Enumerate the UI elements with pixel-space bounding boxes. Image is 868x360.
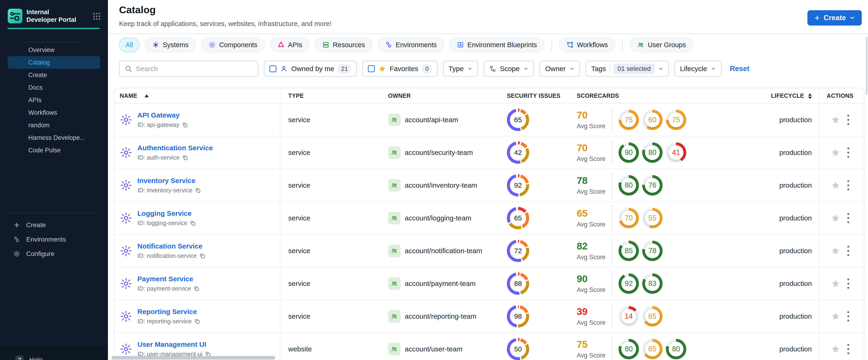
type-dropdown[interactable]: Type xyxy=(443,61,478,77)
favorite-star-button[interactable] xyxy=(831,148,840,157)
scorecard-ring[interactable]: 90 xyxy=(619,142,639,163)
security-issues-donut[interactable]: 50 xyxy=(507,338,529,360)
owned-by-me-filter[interactable]: Owned by me 21 xyxy=(264,61,357,77)
lifecycle-dropdown[interactable]: Lifecycle xyxy=(675,61,721,77)
favorite-star-button[interactable] xyxy=(831,181,840,190)
scorecard-ring[interactable]: 60 xyxy=(642,110,662,130)
tab-environments[interactable]: Environments xyxy=(378,37,444,52)
tab-all[interactable]: All xyxy=(119,37,140,52)
vertical-scrollbar-thumb[interactable] xyxy=(866,37,868,95)
create-button[interactable]: Create xyxy=(807,10,862,26)
scorecard-ring[interactable]: 80 xyxy=(619,339,639,359)
sidebar-item-overview[interactable]: Overview xyxy=(8,44,100,56)
kebab-menu-button[interactable] xyxy=(847,213,849,223)
favorite-star-button[interactable] xyxy=(831,344,840,354)
kebab-menu-button[interactable] xyxy=(847,311,849,322)
tab-workflows[interactable]: Workflows xyxy=(559,37,615,52)
tab-user-groups[interactable]: User Groups xyxy=(630,37,693,52)
sidebar-footer-item-configure[interactable]: Configure xyxy=(0,247,108,261)
tab-components[interactable]: Components xyxy=(201,37,265,52)
security-issues-donut[interactable]: 88 xyxy=(507,272,529,295)
entity-name-link[interactable]: Inventory Service xyxy=(137,177,195,184)
security-issues-donut[interactable]: 65 xyxy=(507,207,529,229)
scorecard-ring[interactable]: 55 xyxy=(642,208,662,228)
tags-dropdown[interactable]: Tags 01 selected xyxy=(586,61,669,77)
scorecard-ring[interactable]: 75 xyxy=(666,110,686,130)
security-issues-donut[interactable]: 92 xyxy=(507,174,529,197)
copy-icon[interactable] xyxy=(194,318,200,325)
owner-name[interactable]: account/security-team xyxy=(405,149,473,156)
sidebar-footer-item-create[interactable]: Create xyxy=(0,218,108,232)
scorecard-ring[interactable]: 14 xyxy=(619,306,639,327)
owner-name[interactable]: account/api-team xyxy=(405,116,458,124)
owned-by-me-checkbox[interactable] xyxy=(270,65,276,72)
security-issues-donut[interactable]: 42 xyxy=(507,142,529,164)
scorecard-ring[interactable]: 80 xyxy=(642,142,662,163)
kebab-menu-button[interactable] xyxy=(847,246,849,256)
favorite-star-button[interactable] xyxy=(831,246,840,256)
app-switcher-icon[interactable] xyxy=(92,11,101,21)
copy-icon[interactable] xyxy=(190,220,196,226)
scorecard-ring[interactable]: 80 xyxy=(619,175,639,196)
column-header-name[interactable]: NAME xyxy=(114,88,280,103)
scorecard-ring[interactable]: 78 xyxy=(642,241,662,261)
sidebar-item-catalog[interactable]: Catalog xyxy=(8,56,100,69)
copy-icon[interactable] xyxy=(182,122,188,128)
tab-environment-blueprints[interactable]: Environment Blueprints xyxy=(449,37,545,52)
sidebar-item-create[interactable]: Create xyxy=(8,69,100,81)
entity-name-link[interactable]: API Gateway xyxy=(137,111,180,119)
security-issues-donut[interactable]: 98 xyxy=(507,305,529,328)
security-issues-donut[interactable]: 65 xyxy=(507,109,529,131)
owner-name[interactable]: account/notification-team xyxy=(405,247,482,255)
owner-name[interactable]: account/reporting-team xyxy=(405,312,476,320)
scorecard-ring[interactable]: 65 xyxy=(642,339,662,359)
sidebar-item-code-pulse[interactable]: Code Pulse xyxy=(8,144,100,156)
favorite-star-button[interactable] xyxy=(831,279,840,288)
favorites-filter[interactable]: Favorites 0 xyxy=(362,61,437,77)
copy-icon[interactable] xyxy=(195,187,201,193)
sidebar-item-apis[interactable]: APIs xyxy=(8,94,100,107)
sidebar-item-harness-develope-[interactable]: Harness Develope... xyxy=(8,131,100,144)
entity-name-link[interactable]: User Management UI xyxy=(137,340,206,348)
copy-icon[interactable] xyxy=(182,154,188,161)
kebab-menu-button[interactable] xyxy=(847,278,849,289)
tab-apis[interactable]: APIs xyxy=(270,37,310,52)
tab-systems[interactable]: Systems xyxy=(145,37,196,52)
scorecard-ring[interactable]: 83 xyxy=(642,273,662,294)
reset-filters-link[interactable]: Reset xyxy=(730,65,749,73)
scorecard-ring[interactable]: 70 xyxy=(619,208,639,228)
scorecard-ring[interactable]: 65 xyxy=(642,306,662,327)
scorecard-ring[interactable]: 80 xyxy=(666,339,686,359)
kebab-menu-button[interactable] xyxy=(847,148,849,158)
entity-name-link[interactable]: Reporting Service xyxy=(137,308,197,316)
kebab-menu-button[interactable] xyxy=(847,344,849,354)
kebab-menu-button[interactable] xyxy=(847,115,849,125)
entity-name-link[interactable]: Payment Service xyxy=(137,275,193,283)
owner-name[interactable]: account/inventory-team xyxy=(405,181,477,189)
entity-name-link[interactable]: Logging Service xyxy=(137,210,191,217)
sidebar-item-random[interactable]: random xyxy=(8,119,100,131)
owner-dropdown[interactable]: Owner xyxy=(539,61,580,77)
owner-name[interactable]: account/logging-team xyxy=(405,214,471,222)
horizontal-scrollbar-thumb[interactable] xyxy=(112,356,275,360)
favorite-star-button[interactable] xyxy=(831,115,840,124)
sidebar-item-docs[interactable]: Docs xyxy=(8,81,100,94)
scorecard-ring[interactable]: 85 xyxy=(619,241,639,261)
scope-dropdown[interactable]: Scope xyxy=(484,61,534,77)
copy-icon[interactable] xyxy=(199,253,206,259)
kebab-menu-button[interactable] xyxy=(847,180,849,190)
copy-icon[interactable] xyxy=(193,286,199,292)
scorecard-ring[interactable]: 76 xyxy=(642,175,662,196)
scorecard-ring[interactable]: 92 xyxy=(619,273,639,294)
owner-name[interactable]: account/payment-team xyxy=(405,280,475,288)
search-input[interactable] xyxy=(136,65,253,73)
tab-resources[interactable]: Resources xyxy=(315,37,372,52)
entity-name-link[interactable]: Notification Service xyxy=(137,242,203,250)
sidebar-footer-item-environments[interactable]: Environments xyxy=(0,232,108,247)
sidebar-item-help[interactable]: ? Help xyxy=(0,344,108,360)
favorite-star-button[interactable] xyxy=(831,312,840,321)
favorite-star-button[interactable] xyxy=(831,213,840,223)
sidebar-item-workflows[interactable]: Workflows xyxy=(8,107,100,119)
security-issues-donut[interactable]: 72 xyxy=(507,240,529,262)
column-header-lifecycle[interactable]: LIFECYCLE xyxy=(691,92,819,99)
